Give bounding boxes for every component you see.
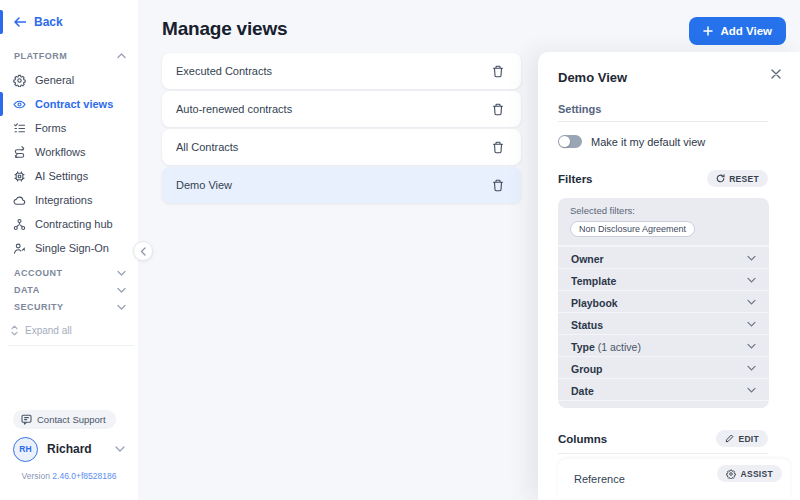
chevron-left-icon [140,247,146,256]
contact-support-label: Contact Support [37,414,106,425]
pencil-icon [725,434,734,443]
divider [558,121,768,122]
cloud-icon [13,194,26,207]
chevron-down-icon [117,304,126,310]
sidebar-item-contracting-hub[interactable]: Contracting hub [0,212,138,236]
view-name: Demo View [176,179,489,191]
forms-list-icon [13,122,26,135]
filter-label: Playbook [571,297,618,309]
edit-label: EDIT [738,434,759,444]
chevron-down-icon [747,387,756,393]
section-label: DATA [14,285,40,295]
sidebar-item-forms[interactable]: Forms [0,116,138,140]
avatar: RH [13,437,38,462]
expand-all-icon [10,325,19,336]
section-security[interactable]: SECURITY [0,298,138,315]
view-name: Executed Contracts [176,65,489,77]
column-row-reference[interactable]: Reference ASSIST [558,459,790,499]
filter-active-count: (1 active) [598,341,641,353]
chevron-down-icon [747,255,756,261]
version-number: 2.46.0+f8528186 [52,471,116,481]
view-row-auto-renewed-contracts[interactable]: Auto-renewed contracts [162,91,521,127]
sidebar-collapse-button[interactable] [133,241,153,261]
toggle-knob [559,136,570,147]
views-list: Executed Contracts Auto-renewed contract… [162,53,521,205]
contact-support-button[interactable]: Contact Support [13,410,116,429]
hub-icon [13,218,26,231]
chevron-down-icon [747,277,756,283]
view-row-demo-view[interactable]: Demo View [162,167,521,203]
sidebar-item-integrations[interactable]: Integrations [0,188,138,212]
gear-icon [13,74,26,87]
back-button[interactable]: Back [0,10,138,34]
filter-chip[interactable]: Non Disclosure Agreement [570,221,695,237]
sidebar-item-label: Contracting hub [35,218,113,230]
filter-row-playbook[interactable]: Playbook [558,290,769,312]
chevron-down-icon [117,270,126,276]
sidebar-item-label: Contract views [35,98,113,110]
delete-view-button[interactable] [489,176,507,194]
delete-view-button[interactable] [489,100,507,118]
sidebar-item-label: General [35,74,74,86]
sidebar-item-contract-views[interactable]: Contract views [0,92,138,116]
expand-all-button[interactable]: Expand all [0,323,138,338]
chat-icon [21,414,32,425]
reset-filters-button[interactable]: RESET [707,170,768,187]
add-view-label: Add View [720,25,772,37]
eye-icon [13,98,26,111]
section-label: ACCOUNT [14,268,63,278]
chevron-down-icon [115,446,125,452]
filter-label: Group [571,363,603,375]
collapsed-sections: ACCOUNT DATA SECURITY [0,264,138,315]
sidebar-item-label: Integrations [35,194,92,206]
view-row-executed-contracts[interactable]: Executed Contracts [162,53,521,89]
section-account[interactable]: ACCOUNT [0,264,138,281]
sidebar-item-workflows[interactable]: Workflows [0,140,138,164]
user-menu[interactable]: RH Richard [13,435,125,463]
sidebar-item-general[interactable]: General [0,68,138,92]
default-view-toggle-row: Make it my default view [558,135,800,148]
back-arrow-icon [14,17,26,27]
filter-row-date[interactable]: Date [558,378,769,400]
trash-icon [492,65,504,78]
panel-title: Demo View [558,70,800,85]
filter-row-template[interactable]: Template [558,268,769,290]
chevron-down-icon [747,343,756,349]
reset-label: RESET [729,174,759,184]
section-platform[interactable]: PLATFORM [0,47,138,64]
expand-all-label: Expand all [25,325,72,336]
filter-row-owner[interactable]: Owner [558,246,769,268]
sidebar-item-label: Forms [35,122,66,134]
chip-icon [13,170,26,183]
default-view-toggle[interactable] [558,135,582,148]
edit-columns-button[interactable]: EDIT [716,430,768,447]
sidebar-item-single-sign-on[interactable]: Single Sign-On [0,236,138,260]
filter-row-property[interactable]: Property [558,400,769,408]
add-view-button[interactable]: Add View [689,17,786,45]
filter-label: Template [571,275,616,287]
sidebar-item-label: AI Settings [35,170,88,182]
sidebar-item-ai-settings[interactable]: AI Settings [0,164,138,188]
section-label: SECURITY [14,302,64,312]
selected-filters-label: Selected filters: [570,205,757,216]
sidebar-item-label: Single Sign-On [35,242,109,254]
view-row-all-contracts[interactable]: All Contracts [162,129,521,165]
filter-label: Status [571,319,603,331]
filter-row-type[interactable]: Type(1 active) [558,334,769,356]
sidebar: Back PLATFORM General Contract views For… [0,0,138,500]
filter-row-group[interactable]: Group [558,356,769,378]
filters-box: Selected filters: Non Disclosure Agreeme… [558,198,769,408]
divider [558,453,768,454]
trash-icon [492,141,504,154]
version-prefix: Version [22,471,50,481]
close-panel-button[interactable] [768,66,784,82]
delete-view-button[interactable] [489,138,507,156]
trash-icon [492,103,504,116]
filter-row-status[interactable]: Status [558,312,769,334]
delete-view-button[interactable] [489,62,507,80]
column-label: Reference [574,473,625,485]
assist-button[interactable]: ASSIST [717,465,782,482]
filter-label: Owner [571,253,604,265]
section-data[interactable]: DATA [0,281,138,298]
person-icon [13,242,26,255]
